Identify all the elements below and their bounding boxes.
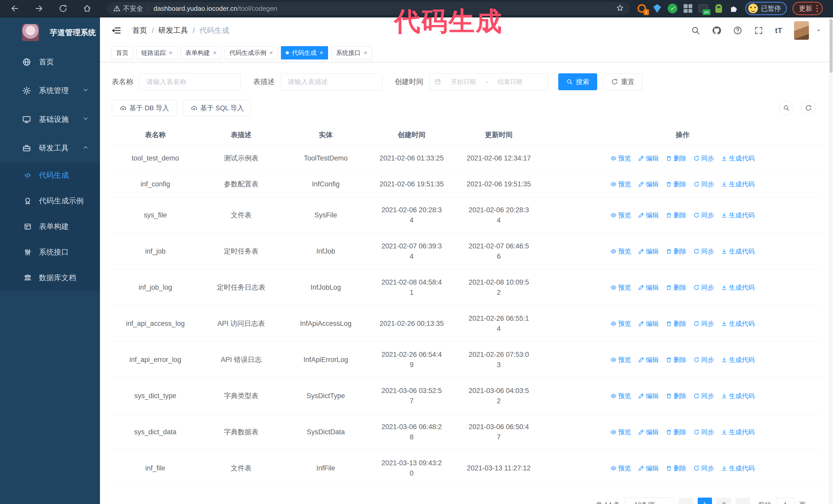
delete-link[interactable]: 删除 — [666, 153, 686, 163]
browser-update-button[interactable]: 更新 — [792, 2, 823, 15]
sync-link[interactable]: 同步 — [694, 153, 714, 163]
tab-trace[interactable]: 链路追踪× — [136, 46, 177, 59]
sync-link[interactable]: 同步 — [694, 318, 714, 329]
tab-codegen[interactable]: 代码生成× — [281, 46, 328, 59]
generate-code-link[interactable]: 生成代码 — [721, 153, 755, 163]
sync-link[interactable]: 同步 — [694, 282, 714, 292]
preview-link[interactable]: 预览 — [611, 246, 631, 256]
generate-code-link[interactable]: 生成代码 — [721, 463, 755, 473]
sidebar-item-home[interactable]: 首页 — [0, 48, 100, 76]
sidebar-item-db-doc[interactable]: 数据库文档 — [0, 265, 100, 291]
font-size-icon[interactable]: tT — [775, 26, 782, 35]
delete-link[interactable]: 删除 — [666, 179, 686, 189]
sidebar-item-codegen-example[interactable]: 代码生成示例 — [0, 188, 100, 214]
sidebar-item-infra[interactable]: 基础设施 — [0, 105, 100, 134]
extension-on-icon[interactable]: on — [698, 3, 709, 14]
generate-code-link[interactable]: 生成代码 — [721, 210, 755, 220]
edit-link[interactable]: 编辑 — [638, 391, 659, 401]
import-db-button[interactable]: 基于 DB 导入 — [112, 100, 177, 116]
collapse-menu-icon[interactable] — [111, 25, 121, 35]
extension-orange-icon[interactable]: 1 — [637, 3, 647, 14]
profile-chip[interactable]: 已暂停 — [745, 2, 787, 15]
delete-link[interactable]: 删除 — [666, 282, 686, 292]
edit-link[interactable]: 编辑 — [638, 463, 659, 473]
tab-form-builder[interactable]: 表单构建× — [181, 46, 221, 59]
extensions-puzzle-icon[interactable] — [729, 3, 739, 14]
preview-link[interactable]: 预览 — [611, 282, 631, 292]
caret-down-icon[interactable] — [815, 27, 822, 33]
sync-link[interactable]: 同步 — [694, 463, 714, 473]
more-menu-icon[interactable] — [816, 5, 818, 12]
generate-code-link[interactable]: 生成代码 — [721, 391, 755, 401]
preview-link[interactable]: 预览 — [611, 427, 631, 437]
sync-link[interactable]: 同步 — [694, 355, 714, 365]
preview-link[interactable]: 预览 — [611, 210, 631, 220]
address-bar[interactable]: 不安全 dashboard.yudao.iocoder.cn/tool/code… — [107, 2, 630, 15]
scrollbar-thumb[interactable] — [830, 19, 832, 73]
preview-link[interactable]: 预览 — [611, 318, 631, 329]
preview-link[interactable]: 预览 — [611, 179, 631, 189]
date-range-picker[interactable]: - — [430, 73, 548, 90]
generate-code-link[interactable]: 生成代码 — [721, 318, 755, 329]
extension-check-icon[interactable]: ✓ — [667, 3, 678, 14]
bookmark-star-icon[interactable] — [616, 4, 624, 13]
search-button[interactable]: 搜索 — [558, 73, 597, 90]
github-icon[interactable] — [712, 26, 721, 35]
close-icon[interactable]: × — [319, 50, 323, 56]
delete-link[interactable]: 删除 — [666, 318, 686, 329]
prev-page-button[interactable]: ‹ — [679, 498, 693, 504]
extension-grid-icon[interactable] — [683, 3, 693, 14]
edit-link[interactable]: 编辑 — [638, 427, 659, 437]
close-icon[interactable]: × — [213, 50, 217, 56]
close-icon[interactable]: × — [364, 50, 367, 56]
sidebar-item-system[interactable]: 系统管理 — [0, 76, 100, 105]
forward-icon[interactable] — [33, 3, 45, 14]
delete-link[interactable]: 删除 — [666, 210, 686, 220]
search-icon[interactable] — [691, 26, 700, 35]
sidebar-item-system-api[interactable]: 系统接口 — [0, 239, 100, 265]
import-sql-button[interactable]: 基于 SQL 导入 — [183, 100, 252, 116]
delete-link[interactable]: 删除 — [666, 246, 686, 256]
edit-link[interactable]: 编辑 — [638, 153, 659, 163]
sync-link[interactable]: 同步 — [694, 427, 714, 437]
goto-page-input[interactable] — [776, 498, 794, 504]
reset-button[interactable]: 重置 — [603, 73, 642, 90]
generate-code-link[interactable]: 生成代码 — [721, 246, 755, 256]
back-icon[interactable] — [9, 3, 21, 14]
user-avatar[interactable] — [794, 21, 809, 40]
refresh-table-button[interactable] — [801, 101, 815, 115]
delete-link[interactable]: 删除 — [666, 391, 686, 401]
tab-system-api[interactable]: 系统接口× — [331, 46, 372, 59]
breadcrumb-devtools[interactable]: 研发工具 — [159, 25, 188, 35]
preview-link[interactable]: 预览 — [611, 391, 631, 401]
sidebar-item-devtools[interactable]: 研发工具 — [0, 134, 100, 163]
page-scrollbar[interactable] — [829, 18, 833, 504]
generate-code-link[interactable]: 生成代码 — [721, 355, 755, 365]
tab-codegen-example[interactable]: 代码生成示例× — [224, 46, 278, 59]
sidebar-item-codegen[interactable]: 代码生成 — [0, 163, 100, 188]
extension-alien-icon[interactable] — [714, 3, 724, 14]
start-date-input[interactable] — [444, 78, 483, 86]
edit-link[interactable]: 编辑 — [638, 355, 659, 365]
sync-link[interactable]: 同步 — [694, 391, 714, 401]
generate-code-link[interactable]: 生成代码 — [721, 427, 755, 437]
help-icon[interactable] — [733, 26, 742, 35]
page-button-1[interactable]: 1 — [698, 498, 712, 504]
sidebar-item-form-builder[interactable]: 表单构建 — [0, 214, 100, 239]
tab-home[interactable]: 首页 — [111, 46, 133, 59]
close-icon[interactable]: × — [169, 50, 172, 56]
site-security[interactable]: 不安全 — [113, 4, 143, 13]
delete-link[interactable]: 删除 — [666, 463, 686, 473]
edit-link[interactable]: 编辑 — [638, 282, 659, 292]
home-icon[interactable] — [81, 3, 93, 14]
sync-link[interactable]: 同步 — [694, 246, 714, 256]
fullscreen-icon[interactable] — [754, 26, 763, 35]
app-logo-row[interactable]: 芋道管理系统 — [0, 18, 100, 48]
generate-code-link[interactable]: 生成代码 — [721, 282, 755, 292]
next-page-button[interactable]: › — [736, 498, 750, 504]
preview-link[interactable]: 预览 — [611, 463, 631, 473]
reload-icon[interactable] — [57, 3, 69, 14]
sync-link[interactable]: 同步 — [694, 179, 714, 189]
preview-link[interactable]: 预览 — [611, 355, 631, 365]
edit-link[interactable]: 编辑 — [638, 210, 659, 220]
